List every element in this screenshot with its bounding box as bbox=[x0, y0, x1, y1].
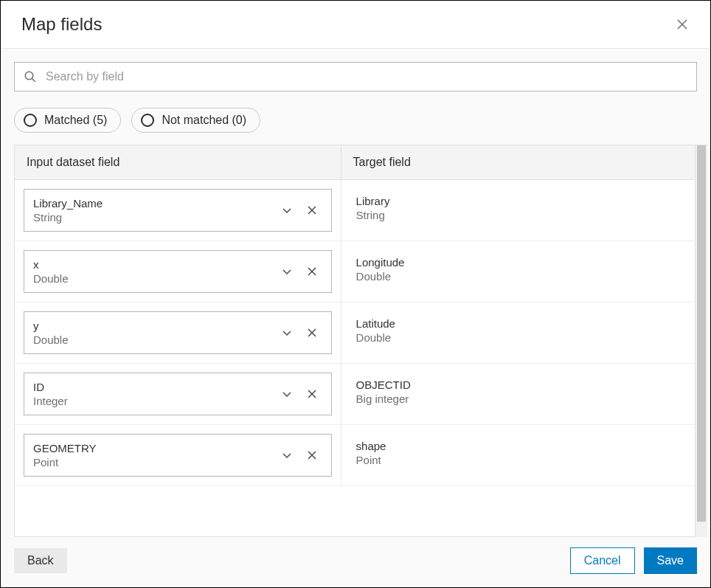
search-icon bbox=[24, 70, 37, 83]
input-field-text: Library_Name String bbox=[33, 197, 272, 224]
close-icon bbox=[677, 19, 687, 30]
target-field-name: OBJECTID bbox=[356, 378, 680, 391]
chevron-down-icon bbox=[282, 266, 292, 277]
close-icon bbox=[307, 389, 317, 399]
input-field-text: GEOMETRY Point bbox=[33, 442, 272, 468]
filter-not-matched[interactable]: Not matched (0) bbox=[131, 108, 260, 133]
close-icon bbox=[307, 450, 317, 460]
input-field-text: y Double bbox=[33, 319, 272, 346]
close-icon bbox=[307, 328, 317, 338]
target-field-type: Double bbox=[356, 331, 680, 344]
cell-input: GEOMETRY Point bbox=[15, 425, 341, 485]
clear-field-button[interactable] bbox=[302, 200, 322, 221]
dialog-header: Map fields bbox=[1, 1, 710, 49]
dropdown-toggle[interactable] bbox=[277, 384, 297, 404]
scrollbar-thumb[interactable] bbox=[697, 145, 706, 522]
filter-not-matched-label: Not matched (0) bbox=[162, 114, 246, 127]
search-input[interactable] bbox=[46, 70, 687, 83]
cell-target: Longitude Double bbox=[341, 241, 695, 302]
filter-matched-label: Matched (5) bbox=[44, 114, 107, 127]
clear-field-button[interactable] bbox=[302, 322, 322, 343]
dropdown-toggle[interactable] bbox=[277, 261, 297, 282]
back-button[interactable]: Back bbox=[14, 548, 67, 573]
footer-right: Cancel Save bbox=[570, 547, 697, 574]
save-button[interactable]: Save bbox=[644, 547, 697, 574]
table-row: Library_Name String Library String bbox=[15, 180, 695, 241]
cell-input: x Double bbox=[15, 241, 341, 302]
map-fields-dialog: Map fields Matched (5) Not matched (0) bbox=[0, 0, 711, 588]
input-field-type: Point bbox=[33, 456, 272, 468]
clear-field-button[interactable] bbox=[302, 261, 322, 282]
cell-target: OBJECTID Big integer bbox=[341, 364, 695, 424]
svg-point-0 bbox=[25, 72, 33, 80]
svg-line-1 bbox=[32, 78, 35, 82]
search-field[interactable] bbox=[14, 62, 697, 91]
target-field-name: Latitude bbox=[356, 317, 680, 330]
input-field-text: ID Integer bbox=[33, 381, 272, 407]
search-container bbox=[1, 49, 710, 91]
input-field-name: y bbox=[33, 319, 272, 332]
cell-input: Library_Name String bbox=[15, 180, 341, 241]
table-row: GEOMETRY Point shape Point bbox=[15, 425, 695, 486]
close-icon bbox=[307, 266, 317, 277]
target-field-name: Longitude bbox=[356, 256, 680, 269]
target-field-type: Point bbox=[356, 454, 680, 466]
header-target-field: Target field bbox=[341, 145, 695, 179]
target-field-name: Library bbox=[356, 195, 680, 207]
cell-target: Library String bbox=[341, 180, 695, 241]
target-field-name: shape bbox=[356, 440, 680, 452]
page-title: Map fields bbox=[21, 14, 102, 35]
scrollbar[interactable] bbox=[696, 145, 707, 537]
input-field-name: x bbox=[33, 258, 272, 271]
dropdown-toggle[interactable] bbox=[277, 200, 297, 221]
chevron-down-icon bbox=[282, 389, 292, 399]
table-row: y Double Latitude Double bbox=[15, 302, 695, 364]
clear-field-button[interactable] bbox=[302, 384, 322, 404]
input-field-type: String bbox=[33, 211, 272, 224]
chevron-down-icon bbox=[282, 328, 292, 338]
input-field-name: ID bbox=[33, 381, 272, 393]
clear-field-button[interactable] bbox=[302, 445, 322, 466]
radio-icon bbox=[24, 114, 37, 127]
input-field-select[interactable]: y Double bbox=[24, 311, 332, 354]
table-body: Library_Name String Library String x Dou… bbox=[15, 180, 695, 536]
dropdown-toggle[interactable] bbox=[277, 445, 297, 466]
target-field-type: String bbox=[356, 209, 680, 221]
input-field-name: Library_Name bbox=[33, 197, 272, 210]
cell-input: ID Integer bbox=[15, 364, 341, 424]
table-row: ID Integer OBJECTID Big integer bbox=[15, 364, 695, 425]
fields-table: Input dataset field Target field Library… bbox=[14, 145, 696, 537]
radio-icon bbox=[141, 114, 154, 127]
input-field-type: Double bbox=[33, 333, 272, 346]
chevron-down-icon bbox=[282, 450, 292, 460]
input-field-text: x Double bbox=[33, 258, 272, 285]
target-field-type: Big integer bbox=[356, 392, 680, 405]
input-field-select[interactable]: Library_Name String bbox=[24, 189, 332, 232]
input-field-select[interactable]: ID Integer bbox=[24, 373, 332, 415]
dialog-footer: Back Cancel Save bbox=[1, 537, 710, 587]
dialog-body: Matched (5) Not matched (0) Input datase… bbox=[1, 49, 710, 587]
filter-chips: Matched (5) Not matched (0) bbox=[1, 91, 710, 145]
input-field-select[interactable]: x Double bbox=[24, 250, 332, 293]
input-field-select[interactable]: GEOMETRY Point bbox=[24, 434, 332, 477]
input-field-type: Integer bbox=[33, 395, 272, 407]
table-wrapper: Input dataset field Target field Library… bbox=[14, 145, 707, 537]
filter-matched[interactable]: Matched (5) bbox=[14, 108, 121, 133]
table-header: Input dataset field Target field bbox=[15, 145, 695, 180]
input-field-name: GEOMETRY bbox=[33, 442, 272, 454]
input-field-type: Double bbox=[33, 272, 272, 285]
target-field-type: Double bbox=[356, 270, 680, 283]
cell-target: shape Point bbox=[341, 425, 695, 485]
chevron-down-icon bbox=[282, 205, 292, 215]
cell-input: y Double bbox=[15, 302, 341, 363]
close-button[interactable] bbox=[675, 17, 690, 32]
cell-target: Latitude Double bbox=[341, 302, 695, 363]
cancel-button[interactable]: Cancel bbox=[570, 547, 635, 574]
close-icon bbox=[307, 205, 317, 215]
table-row: x Double Longitude Double bbox=[15, 241, 695, 302]
header-input-field: Input dataset field bbox=[15, 145, 341, 179]
dropdown-toggle[interactable] bbox=[277, 322, 297, 343]
